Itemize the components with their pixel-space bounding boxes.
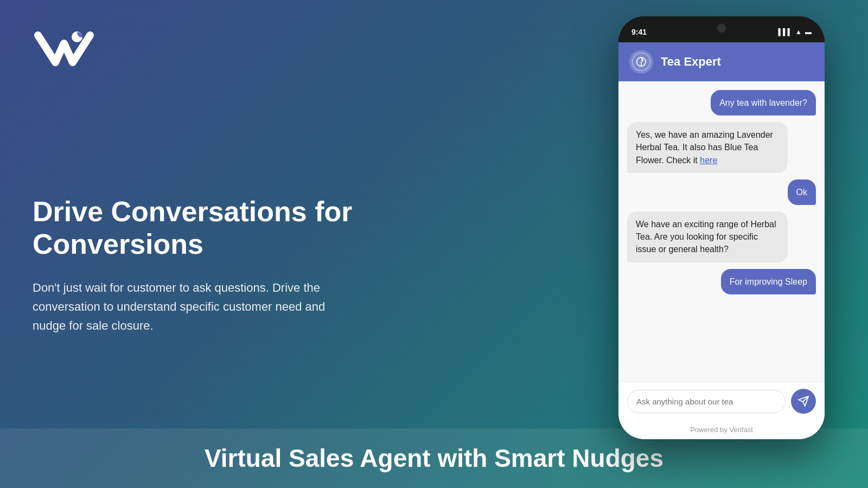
send-button[interactable] bbox=[791, 389, 816, 414]
chat-header: Tea Expert bbox=[618, 42, 825, 81]
wifi-icon: ▲ bbox=[795, 28, 802, 36]
status-time: 9:41 bbox=[631, 28, 647, 36]
message-5: For improving Sleep bbox=[721, 269, 816, 294]
message-2: Yes, we have an amazing Lavender Herbal … bbox=[627, 122, 788, 173]
status-bar: 9:41 ▌▌▌ ▲ ▬ bbox=[618, 16, 825, 42]
chat-input[interactable] bbox=[627, 390, 786, 413]
message-1: Any tea with lavender? bbox=[711, 90, 816, 115]
powered-by: Powered by Verifast bbox=[618, 420, 825, 439]
tagline-text: Virtual Sales Agent with Smart Nudges bbox=[205, 444, 663, 472]
chat-input-area bbox=[618, 382, 825, 420]
message-4: We have an exciting range of Herbal Tea.… bbox=[627, 211, 788, 262]
description: Don't just wait for customer to ask ques… bbox=[33, 278, 358, 336]
message-3: Ok bbox=[788, 179, 816, 205]
headline: Drive Conversations for Conversions bbox=[33, 196, 401, 261]
chat-avatar bbox=[629, 50, 653, 74]
chat-messages: Any tea with lavender? Yes, we have an a… bbox=[618, 81, 825, 382]
battery-icon: ▬ bbox=[805, 28, 812, 36]
phone-camera bbox=[717, 24, 726, 33]
phone-screen: Tea Expert Any tea with lavender? Yes, w… bbox=[618, 42, 825, 439]
chat-title: Tea Expert bbox=[661, 55, 721, 69]
here-link[interactable]: here bbox=[700, 156, 717, 165]
phone-body: 9:41 ▌▌▌ ▲ ▬ Tea bbox=[618, 16, 825, 439]
signal-icon: ▌▌▌ bbox=[778, 28, 793, 36]
phone-mockup: 9:41 ▌▌▌ ▲ ▬ Tea bbox=[618, 16, 825, 439]
logo bbox=[33, 27, 98, 73]
main-content: Drive Conversations for Conversions Don'… bbox=[33, 196, 401, 335]
left-panel: Drive Conversations for Conversions Don'… bbox=[33, 0, 401, 488]
status-icons: ▌▌▌ ▲ ▬ bbox=[778, 28, 812, 36]
